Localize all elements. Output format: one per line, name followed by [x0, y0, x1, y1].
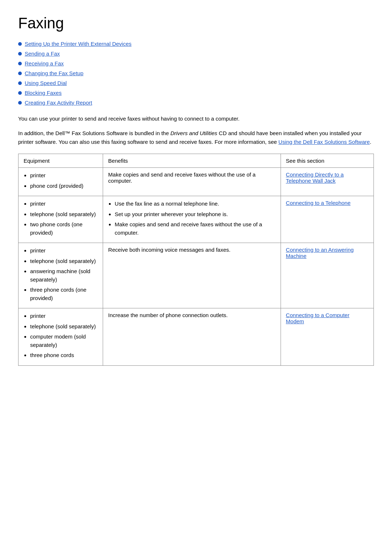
equipment-cell-2: printer telephone (sold separately) two … [19, 196, 103, 243]
see-link-1[interactable]: Connecting Directly to a Telephone Wall … [286, 171, 344, 184]
benefits-cell-3: Receive both incoming voice messages and… [103, 243, 281, 308]
equipment-item: printer [30, 171, 98, 180]
benefits-item: Use the fax line as a normal telephone l… [115, 200, 275, 208]
equipment-item: computer modem (sold separately) [30, 333, 98, 349]
equipment-item: telephone (sold separately) [30, 210, 98, 219]
toc-link-7[interactable]: Creating Fax Activity Report [25, 100, 92, 106]
intro-paragraph-2: In addition, the Dell™ Fax Solutions Sof… [18, 129, 374, 146]
toc-item-3[interactable]: Receiving a Fax [18, 60, 374, 66]
see-link-3[interactable]: Connecting to an Answering Machine [286, 247, 354, 259]
toc-link-5[interactable]: Using Speed Dial [25, 80, 67, 86]
intro2-before: In addition, the Dell™ Fax Solutions Sof… [18, 130, 170, 136]
toc-item-7[interactable]: Creating Fax Activity Report [18, 100, 374, 106]
see-cell-4: Connecting to a Computer Modem [281, 308, 373, 366]
benefits-item: Set up your printer wherever your teleph… [115, 210, 275, 219]
toc-item-1[interactable]: Setting Up the Printer With External Dev… [18, 41, 374, 47]
table-row: printer telephone (sold separately) answ… [19, 243, 374, 308]
equipment-item: two phone cords (one provided) [30, 220, 98, 237]
toc-item-6[interactable]: Blocking Faxes [18, 90, 374, 96]
table-header-benefits: Benefits [103, 154, 281, 168]
intro2-italic: Drivers and Utilities [170, 130, 217, 136]
see-link-2[interactable]: Connecting to a Telephone [286, 200, 351, 206]
equipment-item: three phone cords (one provided) [30, 286, 98, 302]
benefits-cell-2: Use the fax line as a normal telephone l… [103, 196, 281, 243]
see-cell-2: Connecting to a Telephone [281, 196, 373, 243]
toc-list: Setting Up the Printer With External Dev… [18, 41, 374, 106]
equipment-item: printer [30, 312, 98, 320]
equipment-item: three phone cords [30, 351, 98, 360]
benefits-item: Make copies and send and receive faxes w… [115, 220, 275, 237]
table-header-equipment: Equipment [19, 154, 103, 168]
benefits-text-4: Increase the number of phone connection … [108, 312, 228, 318]
benefits-text-3: Receive both incoming voice messages and… [108, 247, 230, 253]
intro2-after: . [370, 139, 371, 145]
see-cell-1: Connecting Directly to a Telephone Wall … [281, 168, 373, 196]
equipment-item: telephone (sold separately) [30, 257, 98, 266]
equipment-item: printer [30, 200, 98, 208]
equipment-cell-4: printer telephone (sold separately) comp… [19, 308, 103, 366]
toc-item-2[interactable]: Sending a Fax [18, 50, 374, 57]
see-link-4[interactable]: Connecting to a Computer Modem [286, 312, 350, 324]
table-header-see: See this section [281, 154, 373, 168]
faxing-table: Equipment Benefits See this section prin… [18, 154, 374, 366]
toc-link-2[interactable]: Sending a Fax [25, 50, 60, 57]
intro-paragraph-1: You can use your printer to send and rec… [18, 114, 374, 123]
toc-item-4[interactable]: Changing the Fax Setup [18, 70, 374, 76]
toc-link-1[interactable]: Setting Up the Printer With External Dev… [25, 41, 131, 47]
table-row: printer phone cord (provided) Make copie… [19, 168, 374, 196]
toc-link-6[interactable]: Blocking Faxes [25, 90, 62, 96]
equipment-item: phone cord (provided) [30, 182, 98, 190]
page-title: Faxing [18, 15, 374, 32]
equipment-item: answering machine (sold separately) [30, 267, 98, 284]
benefits-cell-4: Increase the number of phone connection … [103, 308, 281, 366]
toc-item-5[interactable]: Using Speed Dial [18, 80, 374, 86]
equipment-item: printer [30, 247, 98, 255]
equipment-cell-3: printer telephone (sold separately) answ… [19, 243, 103, 308]
intro2-link[interactable]: Using the Dell Fax Solutions Software [278, 139, 370, 145]
toc-link-3[interactable]: Receiving a Fax [25, 60, 64, 66]
table-row: printer telephone (sold separately) two … [19, 196, 374, 243]
see-cell-3: Connecting to an Answering Machine [281, 243, 373, 308]
equipment-cell-1: printer phone cord (provided) [19, 168, 103, 196]
toc-link-4[interactable]: Changing the Fax Setup [25, 70, 83, 76]
benefits-text-1: Make copies and send and receive faxes w… [108, 171, 256, 184]
equipment-item: telephone (sold separately) [30, 323, 98, 331]
benefits-cell-1: Make copies and send and receive faxes w… [103, 168, 281, 196]
table-row: printer telephone (sold separately) comp… [19, 308, 374, 366]
